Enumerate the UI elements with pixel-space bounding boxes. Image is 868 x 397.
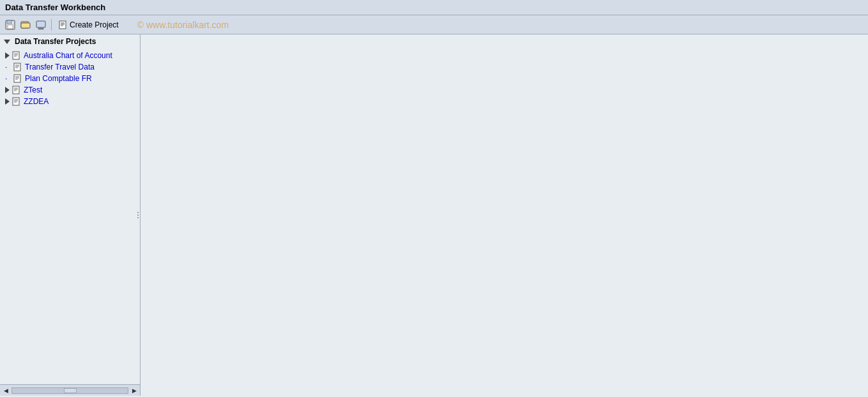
svg-rect-19 [14, 75, 20, 82]
drag-dot [137, 214, 139, 216]
svg-rect-2 [8, 25, 13, 29]
doc-icon-ztest [11, 85, 22, 95]
doc-icon-travel [13, 62, 23, 72]
svg-rect-4 [21, 23, 30, 28]
tree-item-travel[interactable]: · Transfer Travel Data [0, 61, 140, 73]
svg-rect-1 [7, 20, 11, 24]
svg-rect-11 [13, 52, 19, 59]
svg-rect-27 [13, 98, 19, 105]
panel-resize-handle[interactable] [136, 206, 140, 225]
save-button[interactable] [4, 19, 17, 31]
expand-icon-zzdea [5, 98, 10, 105]
tree-item-label: Australia Chart of Account [24, 51, 112, 60]
collapse-icon[interactable] [4, 40, 10, 44]
scroll-thumb [64, 388, 77, 393]
right-panel [141, 34, 868, 396]
display-button[interactable] [34, 19, 47, 31]
create-project-label: Create Project [70, 20, 119, 29]
tree-item-label: ZZDEA [24, 97, 49, 106]
panel-header: Data Transfer Projects [0, 34, 140, 49]
svg-rect-23 [13, 86, 19, 94]
toolbar: Create Project © www.tutorialkart.com [0, 15, 868, 34]
open-button[interactable] [19, 19, 32, 31]
tree-item-label: ZTest [24, 86, 42, 94]
scroll-right-button[interactable]: ▶ [130, 386, 139, 395]
create-project-button[interactable]: Create Project [56, 19, 122, 31]
tree-item-plan[interactable]: · Plan Comptable FR [0, 73, 140, 84]
horizontal-scrollbar: ◀ ▶ [0, 384, 140, 396]
expand-icon-australia [5, 52, 10, 59]
doc-icon-plan [13, 73, 23, 84]
svg-rect-6 [38, 28, 43, 29]
tree-item-australia[interactable]: Australia Chart of Account [0, 50, 140, 61]
app-title: Data Transfer Workbench [5, 3, 105, 12]
tree-area: Australia Chart of Account · Transfer Tr… [0, 49, 140, 384]
doc-icon-australia [11, 50, 22, 61]
main-content: Data Transfer Projects Australia Chart o… [0, 34, 868, 396]
svg-rect-5 [36, 21, 45, 27]
svg-rect-7 [59, 21, 66, 29]
scroll-track[interactable] [11, 387, 128, 394]
separator [51, 19, 52, 31]
watermark: © www.tutorialkart.com [137, 20, 229, 30]
tree-item-label: Plan Comptable FR [25, 74, 92, 83]
tree-item-ztest[interactable]: ZTest [0, 84, 140, 96]
expand-icon-ztest [5, 87, 10, 93]
left-panel: Data Transfer Projects Australia Chart o… [0, 34, 141, 396]
no-expand-plan: · [5, 74, 11, 83]
panel-title: Data Transfer Projects [15, 37, 96, 46]
title-bar: Data Transfer Workbench [0, 0, 868, 15]
drag-dot [137, 212, 139, 213]
tree-item-label: Transfer Travel Data [25, 63, 95, 71]
create-project-icon [59, 20, 68, 29]
scroll-left-button[interactable]: ◀ [1, 386, 10, 395]
doc-icon-zzdea [11, 96, 22, 107]
svg-rect-15 [14, 63, 20, 71]
drag-dot [137, 217, 139, 218]
tree-item-zzdea[interactable]: ZZDEA [0, 96, 140, 107]
no-expand-travel: · [5, 63, 11, 71]
